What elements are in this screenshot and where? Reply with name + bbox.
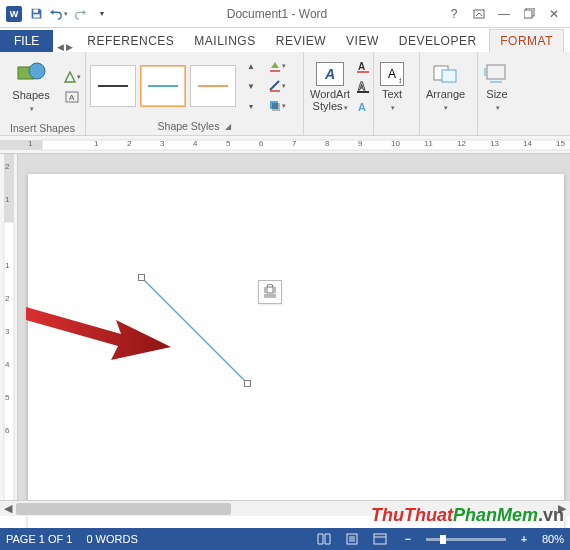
redo-icon [74,8,87,20]
svg-rect-16 [357,91,369,93]
text-fill-icon: A [357,61,369,73]
shapes-icon [17,61,47,87]
tab-mailings[interactable]: MAILINGS [184,30,265,52]
zoom-slider[interactable] [426,538,506,541]
redo-button[interactable] [70,3,90,25]
status-bar: PAGE 1 OF 1 0 WORDS − + 80% [0,528,570,550]
horizontal-ruler[interactable]: 1123456789101112131415 [0,136,570,154]
tab-review[interactable]: REVIEW [266,30,336,52]
undo-icon [49,8,63,20]
status-words[interactable]: 0 WORDS [86,533,137,545]
line-shape[interactable] [138,274,258,394]
text-outline-icon: A [357,81,369,93]
tab-developer[interactable]: DEVELOPER [389,30,487,52]
svg-line-25 [143,279,248,384]
edit-shape-button[interactable]: ▾ [63,68,81,86]
view-web-layout[interactable] [370,531,390,547]
style-swatch-1[interactable] [90,65,136,107]
scroll-right[interactable]: ▶ [554,501,570,517]
group-wordart-styles: A WordArt Styles▾ A A A . [304,52,374,135]
tab-next[interactable]: ▶ [66,42,73,52]
wordart-styles-button[interactable]: A WordArt Styles▾ [308,54,352,120]
text-outline-button[interactable]: A [354,78,372,96]
web-layout-icon [373,533,387,545]
text-effects-button[interactable]: A [354,98,372,116]
tab-nav: ◀ ▶ [53,42,77,52]
text-fill-button[interactable]: A [354,58,372,76]
restore-button[interactable] [517,3,541,25]
status-page[interactable]: PAGE 1 OF 1 [6,533,72,545]
scroll-track[interactable] [16,503,554,515]
tab-format[interactable]: FORMAT [489,29,564,53]
style-gallery-up[interactable]: ▲ [242,57,260,75]
svg-rect-1 [33,14,40,17]
minimize-button[interactable]: — [492,3,516,25]
svg-rect-20 [487,65,505,79]
qat-customize[interactable]: ▾ [92,3,112,25]
vertical-ruler[interactable]: 21123456 [0,154,18,516]
svg-rect-19 [442,70,456,82]
svg-rect-2 [474,10,484,18]
undo-button[interactable]: ▾ [48,3,68,25]
zoom-in[interactable]: + [514,531,534,547]
tab-prev[interactable]: ◀ [57,42,64,52]
zoom-level[interactable]: 80% [542,533,564,545]
read-mode-icon [317,533,331,545]
shape-styles-launcher[interactable]: ◢ [225,122,231,131]
style-swatch-2[interactable] [140,65,186,107]
shape-effects-button[interactable]: ▾ [268,97,286,115]
layout-options-icon [262,284,278,300]
layout-options-button[interactable] [258,280,282,304]
svg-rect-32 [374,534,386,544]
style-swatch-3[interactable] [190,65,236,107]
horizontal-scrollbar[interactable]: ◀ ▶ [0,500,570,516]
view-print-layout[interactable] [342,531,362,547]
style-gallery-more[interactable]: ▾ [242,97,260,115]
print-layout-icon [345,533,359,545]
shape-fill-button[interactable]: ▾ [268,57,286,75]
zoom-out[interactable]: − [398,531,418,547]
size-button[interactable]: Size▾ [482,54,512,120]
file-tab[interactable]: FILE [0,30,53,52]
group-shape-styles: ▲ ▼ ▾ ▾ ▾ ▾ Shape Styles ◢ [86,52,304,135]
svg-rect-21 [0,140,42,150]
svg-rect-4 [524,10,532,18]
shapes-button[interactable]: Shapes ▾ [4,54,59,120]
shape-handle-end[interactable] [244,380,251,387]
arrange-button[interactable]: Arrange▾ [424,54,467,120]
help-button[interactable]: ? [442,3,466,25]
svg-rect-0 [33,9,38,12]
edit-shape-icon [63,70,76,84]
document-page[interactable] [28,174,564,534]
shape-styles-label: Shape Styles [158,120,220,132]
text-effects-icon: A [357,101,369,113]
style-gallery-down[interactable]: ▼ [242,77,260,95]
scroll-left[interactable]: ◀ [0,501,16,517]
svg-text:A: A [69,93,75,102]
draw-textbox-button[interactable]: A [63,88,81,106]
document-area: 21123456 ◀ ▶ [0,154,570,516]
arrange-label: Arrange [426,88,465,100]
tab-references[interactable]: REFERENCES [77,30,184,52]
ribbon-opts-icon [473,8,485,20]
zoom-knob[interactable] [440,535,446,544]
text-label: Text [382,88,402,100]
save-icon [30,7,43,20]
svg-rect-9 [270,70,280,72]
shape-fill-icon [268,59,281,73]
ribbon-display-options[interactable] [467,3,491,25]
svg-rect-10 [270,90,280,92]
svg-rect-12 [272,103,280,111]
save-button[interactable] [26,3,46,25]
shape-handle-start[interactable] [138,274,145,281]
ribbon-tabs: FILE ◀ ▶ REFERENCES MAILINGS REVIEW VIEW… [0,28,570,52]
view-read-mode[interactable] [314,531,334,547]
app-icon[interactable]: W [4,3,24,25]
tab-view[interactable]: VIEW [336,30,389,52]
scroll-thumb[interactable] [16,503,231,515]
group-size: Size▾ . [478,52,526,135]
textbox-icon: A [65,90,79,104]
shape-outline-button[interactable]: ▾ [268,77,286,95]
text-button[interactable]: A↕ Text▾ [378,54,406,120]
close-button[interactable]: ✕ [542,3,566,25]
